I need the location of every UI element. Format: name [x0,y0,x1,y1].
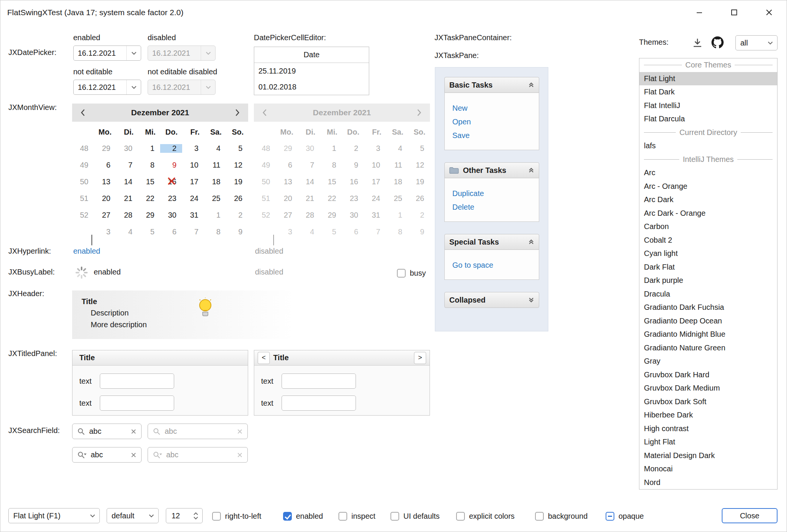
search-menu-icon[interactable] [77,451,87,459]
calendar-day[interactable]: 4 [204,144,226,153]
monthview-enabled[interactable]: Dezember 2021 Mo.Di.Mi.Do.Fr.Sa.So.48293… [72,104,248,240]
titledpanel-left-button[interactable]: < [258,352,270,364]
combobox-value[interactable]: Flat Light (F1) [9,512,86,520]
calendar-day[interactable]: 18 [204,177,226,186]
taskpane-link[interactable]: Open [452,115,531,129]
spinner-value[interactable]: 12 [166,512,189,520]
combobox-value[interactable]: default [107,512,145,520]
checkbox-opaque[interactable]: opaque [606,511,644,521]
spinner-down-icon[interactable] [194,516,198,519]
text-input[interactable] [100,395,174,411]
chevron-double-down-icon[interactable] [528,297,534,303]
theme-item[interactable]: High contrast [639,422,777,436]
calendar-day[interactable]: 28 [116,211,138,220]
calendar-day[interactable]: 30 [160,211,182,220]
calendar-day[interactable]: 7 [116,161,138,169]
calendar-day[interactable]: 9 [160,161,182,169]
chevron-down-icon[interactable] [86,514,99,518]
calendar-day[interactable]: 3 [182,144,204,153]
download-icon[interactable] [692,37,703,49]
calendar-day[interactable]: 23 [160,194,182,203]
calendar-day[interactable]: 21 [116,194,138,203]
calendar-day[interactable]: 12 [226,161,248,169]
calendar-day[interactable]: 25 [204,194,226,203]
theme-item[interactable]: lafs [639,139,777,153]
calendar-day[interactable]: 5 [138,228,160,236]
theme-item[interactable]: Dark purple [639,274,777,287]
calendar-day[interactable]: 10 [182,161,204,169]
theme-item[interactable]: Flat Light [639,72,777,86]
checkbox-icon[interactable] [212,512,221,521]
checkbox-icon[interactable] [338,512,347,521]
taskpane-header[interactable]: Collapsed [444,292,539,308]
text-input[interactable] [100,373,174,389]
calendar-day[interactable]: 26 [226,194,248,203]
theme-item[interactable]: Arc Dark [639,193,777,207]
datepicker-enabled[interactable]: 16.12.2021 [73,46,141,61]
themes-list[interactable]: Core ThemesFlat LightFlat DarkFlat Intel… [639,58,778,490]
text-input[interactable] [282,395,356,411]
table-row[interactable]: 25.11.2019 [254,63,369,79]
theme-item[interactable]: Flat Dark [639,85,777,99]
calendar-day[interactable]: 20 [94,194,116,203]
chevron-down-icon[interactable] [145,514,158,518]
theme-item[interactable]: Arc - Orange [639,180,777,193]
checkbox-right-to-left[interactable]: right-to-left [212,511,261,521]
table-row[interactable]: 01.02.2018 [254,79,369,95]
calendar-day[interactable]: 6 [94,161,116,169]
chevron-down-icon[interactable] [126,80,141,94]
minimize-button[interactable] [682,0,717,24]
chevron-double-up-icon[interactable] [528,167,534,173]
calendar-day[interactable]: 14 [116,177,138,186]
theme-item[interactable]: Flat Darcula [639,112,777,126]
search-icon[interactable] [77,427,85,436]
taskpane-link[interactable]: Save [452,129,531,142]
table-column-header-date[interactable]: Date [254,47,369,63]
text-input[interactable] [282,373,356,389]
theme-item[interactable]: Cyan light [639,247,777,261]
theme-item[interactable]: Gruvbox Dark Soft [639,395,777,409]
datepicker-not-editable[interactable]: 16.12.2021 [73,80,141,95]
theme-item[interactable]: Monocai [639,462,777,476]
search-value[interactable]: abc [89,427,131,436]
checkbox-icon[interactable] [397,269,406,278]
busy-checkbox[interactable]: busy [397,268,426,278]
datepicker-value[interactable]: 16.12.2021 [74,49,126,58]
taskpane-header[interactable]: Basic Tasks [444,77,539,93]
close-dialog-button[interactable]: Close [722,508,778,523]
calendar-day[interactable]: 27 [94,211,116,220]
theme-item[interactable]: Gruvbox Dark Hard [639,368,777,382]
taskpane-link[interactable]: Delete [452,200,531,214]
combobox-value[interactable]: all [736,39,763,47]
calendar-day[interactable]: 13 [94,177,116,186]
calendar-day[interactable]: 19 [226,177,248,186]
taskpane-link[interactable]: Go to space [452,258,531,272]
theme-item[interactable]: Arc Dark - Orange [639,207,777,220]
calendar-day[interactable]: 9 [226,228,248,236]
theme-item[interactable]: Nord [639,476,777,490]
checkbox-icon[interactable] [606,512,614,521]
maximize-button[interactable] [717,0,752,24]
close-button[interactable] [752,0,787,24]
calendar-day[interactable]: 29 [94,144,116,153]
calendar-day[interactable]: 7 [182,228,204,236]
calendar-day[interactable]: 11 [204,161,226,169]
font-combobox[interactable]: default [107,508,159,523]
checkbox-icon[interactable] [283,512,292,521]
calendar-day[interactable]: 2 [226,211,248,220]
chevron-double-up-icon[interactable] [528,82,534,88]
calendar-day[interactable]: 3 [94,228,116,236]
checkbox-background[interactable]: background [535,511,588,521]
theme-item[interactable]: Gradianto Deep Ocean [639,314,777,328]
theme-item[interactable]: Cobalt 2 [639,234,777,247]
theme-item[interactable]: Hiberbee Dark [639,408,777,422]
checkbox-explicit-colors[interactable]: explicit colors [456,511,515,521]
datepicker-value[interactable]: 16.12.2021 [74,83,126,92]
calendar-day[interactable]: 17 [182,177,204,186]
previous-month-button[interactable] [72,109,93,116]
calendar-day[interactable]: 1 [138,144,160,153]
checkbox-enabled[interactable]: enabled [283,511,323,521]
theme-item[interactable]: Arc [639,166,777,180]
github-icon[interactable] [711,36,724,49]
theme-item[interactable]: Carbon [639,220,777,234]
